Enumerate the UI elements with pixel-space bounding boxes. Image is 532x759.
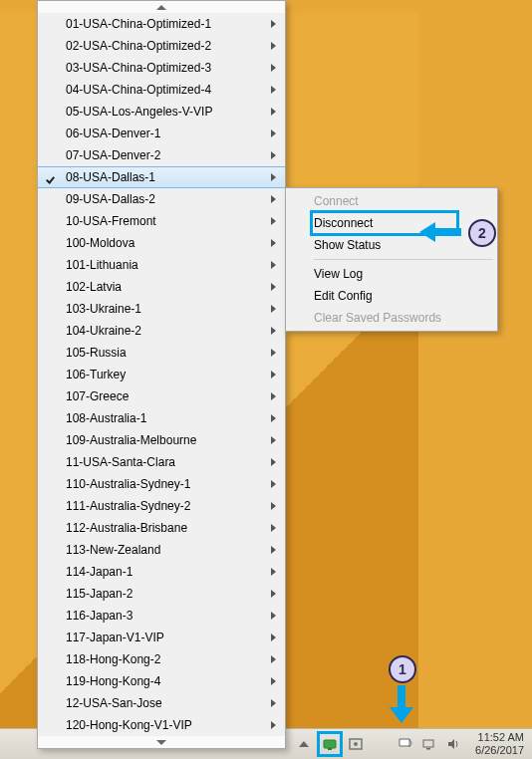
- menu-item-label: 05-USA-Los-Angeles-V-VIP: [66, 105, 267, 119]
- submenu-caret-icon: [267, 633, 279, 641]
- submenu-caret-icon: [267, 612, 279, 620]
- server-item-108-australia-1[interactable]: 108-Australia-1: [38, 407, 285, 429]
- server-item-118-hong-kong-2[interactable]: 118-Hong-Kong-2: [38, 648, 285, 670]
- menu-item-label: 120-Hong-Kong-V1-VIP: [66, 718, 267, 732]
- server-item-01-usa-china-optimized-1[interactable]: 01-USA-China-Optimized-1: [38, 13, 285, 35]
- submenu-caret-icon: [267, 458, 279, 466]
- server-item-120-hong-kong-v1-vip[interactable]: 120-Hong-Kong-V1-VIP: [38, 714, 285, 736]
- submenu-item-edit-config[interactable]: Edit Config: [286, 285, 497, 307]
- menu-item-label: 111-Australia-Sydney-2: [66, 499, 267, 513]
- menu-item-label: 117-Japan-V1-VIP: [66, 631, 267, 644]
- submenu-item-view-log[interactable]: View Log: [286, 263, 497, 285]
- annotation-badge-1-label: 1: [399, 661, 406, 677]
- server-item-106-turkey[interactable]: 106-Turkey: [38, 364, 285, 385]
- submenu-caret-icon: [267, 721, 279, 729]
- menu-scroll-down[interactable]: [38, 736, 285, 748]
- tray-openvpn-icon[interactable]: [320, 734, 340, 754]
- svg-rect-5: [426, 748, 430, 750]
- menu-item-label: 113-New-Zealand: [66, 543, 267, 557]
- server-item-12-usa-san-jose[interactable]: 12-USA-San-Jose: [38, 692, 285, 714]
- submenu-caret-icon: [267, 677, 279, 685]
- server-item-100-moldova[interactable]: 100-Moldova: [38, 232, 285, 254]
- submenu-item-label: Clear Saved Passwords: [314, 311, 441, 325]
- server-item-07-usa-denver-2[interactable]: 07-USA-Denver-2: [38, 144, 285, 166]
- server-item-114-japan-1[interactable]: 114-Japan-1: [38, 561, 285, 583]
- menu-item-label: 08-USA-Dallas-1: [66, 170, 267, 184]
- annotation-badge-2-label: 2: [478, 225, 486, 241]
- submenu-item-show-status[interactable]: Show Status: [286, 234, 497, 256]
- menu-item-label: 107-Greece: [66, 389, 267, 403]
- server-item-107-greece[interactable]: 107-Greece: [38, 385, 285, 407]
- submenu-caret-icon: [267, 436, 279, 444]
- server-item-112-australia-brisbane[interactable]: 112-Australia-Brisbane: [38, 517, 285, 539]
- submenu-caret-icon: [267, 173, 279, 181]
- server-item-11-usa-santa-clara[interactable]: 11-USA-Santa-Clara: [38, 451, 285, 473]
- menu-item-label: 06-USA-Denver-1: [66, 126, 267, 140]
- submenu-caret-icon: [267, 502, 279, 510]
- menu-scroll-up[interactable]: [38, 1, 285, 13]
- submenu-item-label: Edit Config: [314, 289, 373, 303]
- server-item-06-usa-denver-1[interactable]: 06-USA-Denver-1: [38, 123, 285, 144]
- menu-item-label: 114-Japan-1: [66, 565, 267, 579]
- server-item-101-lithuania[interactable]: 101-Lithuania: [38, 254, 285, 276]
- server-item-09-usa-dallas-2[interactable]: 09-USA-Dallas-2: [38, 188, 285, 210]
- menu-item-label: 105-Russia: [66, 346, 267, 360]
- submenu-caret-icon: [267, 261, 279, 269]
- server-item-110-australia-sydney-1[interactable]: 110-Australia-Sydney-1: [38, 473, 285, 495]
- submenu-caret-icon: [267, 568, 279, 576]
- svg-point-3: [354, 742, 358, 746]
- server-item-10-usa-fremont[interactable]: 10-USA-Fremont: [38, 210, 285, 232]
- server-item-111-australia-sydney-2[interactable]: 111-Australia-Sydney-2: [38, 495, 285, 517]
- menu-item-label: 115-Japan-2: [66, 587, 267, 601]
- menu-item-label: 100-Moldova: [66, 236, 267, 250]
- submenu-item-connect: Connect: [286, 190, 497, 212]
- submenu-item-label: View Log: [314, 267, 363, 281]
- volume-icon[interactable]: [445, 736, 461, 752]
- submenu-caret-icon: [267, 42, 279, 50]
- menu-item-label: 12-USA-San-Jose: [66, 696, 267, 710]
- server-item-113-new-zealand[interactable]: 113-New-Zealand: [38, 539, 285, 561]
- server-item-08-usa-dallas-1[interactable]: 08-USA-Dallas-1: [38, 166, 285, 188]
- submenu-caret-icon: [267, 239, 279, 247]
- action-center-icon[interactable]: [398, 736, 413, 752]
- submenu-caret-icon: [267, 86, 279, 94]
- server-item-109-australia-melbourne[interactable]: 109-Australia-Melbourne: [38, 429, 285, 451]
- server-item-102-latvia[interactable]: 102-Latvia: [38, 276, 285, 298]
- server-item-103-ukraine-1[interactable]: 103-Ukraine-1: [38, 298, 285, 320]
- server-item-05-usa-los-angeles-v-vip[interactable]: 05-USA-Los-Angeles-V-VIP: [38, 101, 285, 123]
- taskbar-clock[interactable]: 11:52 AM 6/26/2017: [469, 731, 524, 757]
- server-item-02-usa-china-optimized-2[interactable]: 02-USA-China-Optimized-2: [38, 35, 285, 57]
- tray-overflow-icon[interactable]: [296, 736, 312, 752]
- menu-item-label: 116-Japan-3: [66, 609, 267, 623]
- submenu-caret-icon: [267, 414, 279, 422]
- server-item-117-japan-v1-vip[interactable]: 117-Japan-V1-VIP: [38, 627, 285, 648]
- menu-item-label: 02-USA-China-Optimized-2: [66, 39, 267, 53]
- server-item-115-japan-2[interactable]: 115-Japan-2: [38, 583, 285, 605]
- network-icon[interactable]: [421, 736, 437, 752]
- submenu-item-label: Show Status: [314, 238, 381, 252]
- tray-unknown-icon[interactable]: [348, 736, 364, 752]
- submenu-caret-icon: [267, 524, 279, 532]
- server-item-105-russia[interactable]: 105-Russia: [38, 342, 285, 364]
- menu-separator: [314, 259, 493, 260]
- submenu-caret-icon: [267, 699, 279, 707]
- submenu-caret-icon: [267, 195, 279, 203]
- menu-item-label: 109-Australia-Melbourne: [66, 433, 267, 447]
- server-item-116-japan-3[interactable]: 116-Japan-3: [38, 605, 285, 627]
- server-item-104-ukraine-2[interactable]: 104-Ukraine-2: [38, 320, 285, 342]
- menu-item-label: 118-Hong-Kong-2: [66, 652, 267, 666]
- menu-item-label: 102-Latvia: [66, 280, 267, 294]
- server-item-119-hong-kong-4[interactable]: 119-Hong-Kong-4: [38, 670, 285, 692]
- server-item-03-usa-china-optimized-3[interactable]: 03-USA-China-Optimized-3: [38, 57, 285, 79]
- menu-item-label: 01-USA-China-Optimized-1: [66, 17, 267, 31]
- submenu-caret-icon: [267, 283, 279, 291]
- submenu-caret-icon: [267, 327, 279, 335]
- submenu-caret-icon: [267, 129, 279, 137]
- menu-item-gutter: [38, 172, 66, 183]
- server-item-04-usa-china-optimized-4[interactable]: 04-USA-China-Optimized-4: [38, 79, 285, 101]
- menu-item-label: 110-Australia-Sydney-1: [66, 477, 267, 491]
- svg-rect-0: [324, 740, 336, 748]
- submenu-caret-icon: [267, 480, 279, 488]
- vpn-server-submenu: ConnectDisconnectShow StatusView LogEdit…: [285, 187, 498, 332]
- menu-item-label: 104-Ukraine-2: [66, 324, 267, 338]
